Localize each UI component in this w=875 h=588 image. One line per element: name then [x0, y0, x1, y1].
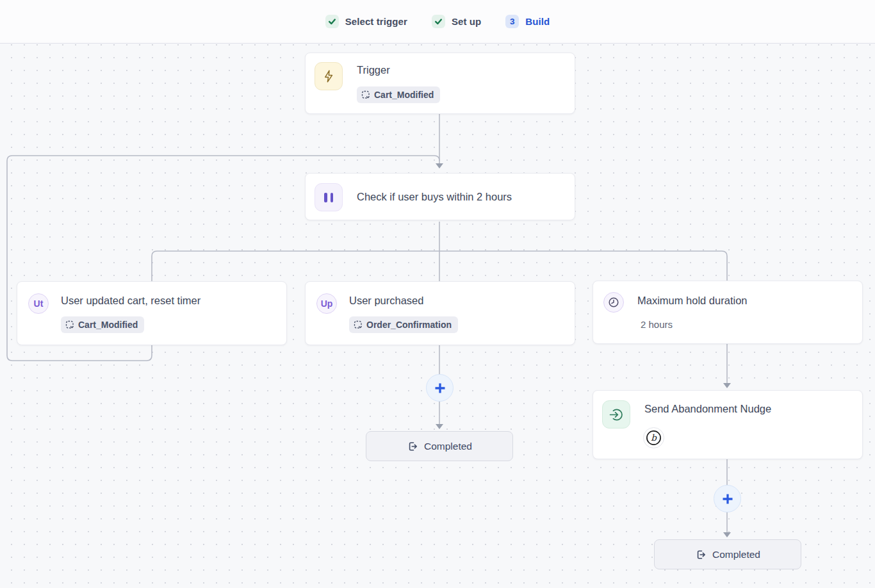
- hold-duration-value: 2 hours: [641, 319, 673, 330]
- clock-icon: [603, 292, 624, 313]
- step-label: Select trigger: [345, 16, 407, 27]
- node-title: Check if user buys within 2 hours: [357, 191, 512, 203]
- braze-logo: b: [643, 427, 664, 448]
- tag-label: Cart_Modified: [78, 320, 138, 330]
- event-dashed-square-icon: [361, 90, 370, 99]
- node-title: Maximum hold duration: [637, 295, 748, 307]
- node-max-hold[interactable]: Maximum hold duration 2 hours: [593, 281, 863, 344]
- branch-badge: Up: [316, 293, 337, 314]
- step-label: Build: [525, 16, 550, 27]
- step-set-up[interactable]: Set up: [432, 15, 481, 28]
- braze-monogram: b: [651, 432, 657, 443]
- node-check-wait[interactable]: Check if user buys within 2 hours: [305, 173, 575, 220]
- node-trigger[interactable]: Trigger Cart_Modified: [305, 53, 575, 114]
- step-select-trigger[interactable]: Select trigger: [325, 15, 407, 28]
- event-dashed-square-icon: [65, 320, 74, 329]
- add-step-button-center[interactable]: [426, 374, 454, 402]
- plus-icon: [434, 382, 446, 395]
- node-title: User updated cart, reset timer: [61, 295, 200, 307]
- node-title: Send Abandonment Nudge: [644, 403, 771, 415]
- node-user-purchased[interactable]: Up User purchased Order_Confirmation: [305, 281, 575, 345]
- sign-in-icon: [602, 400, 630, 429]
- pause-icon: [315, 183, 343, 211]
- add-step-button-right[interactable]: [714, 485, 741, 512]
- step-number-badge: 3: [505, 15, 519, 28]
- terminal-completed-center[interactable]: Completed: [366, 431, 513, 461]
- terminal-completed-right[interactable]: Completed: [654, 539, 801, 569]
- branch-event-tag: Cart_Modified: [61, 316, 144, 333]
- exit-icon: [407, 441, 418, 452]
- node-title: User purchased: [349, 295, 423, 307]
- exit-icon: [695, 549, 707, 560]
- plus-icon: [721, 493, 734, 505]
- check-icon: [325, 15, 339, 28]
- tag-label: Cart_Modified: [374, 90, 434, 100]
- event-dashed-square-icon: [354, 320, 363, 329]
- build-steps-bar: Select trigger Set up 3 Build: [0, 0, 875, 44]
- step-label: Set up: [452, 16, 481, 27]
- tag-label: Order_Confirmation: [366, 320, 452, 330]
- check-icon: [432, 15, 445, 28]
- branch-badge: Ut: [28, 293, 49, 314]
- branch-event-tag: Order_Confirmation: [349, 316, 458, 333]
- step-build[interactable]: 3 Build: [505, 15, 550, 28]
- terminal-label: Completed: [712, 549, 760, 560]
- node-send-nudge[interactable]: Send Abandonment Nudge b: [593, 390, 863, 459]
- node-title: Trigger: [357, 64, 390, 76]
- lightning-icon: [315, 62, 343, 90]
- node-reset-timer[interactable]: Ut User updated cart, reset timer Cart_M…: [17, 281, 287, 345]
- trigger-event-tag: Cart_Modified: [357, 86, 440, 103]
- terminal-label: Completed: [424, 441, 472, 452]
